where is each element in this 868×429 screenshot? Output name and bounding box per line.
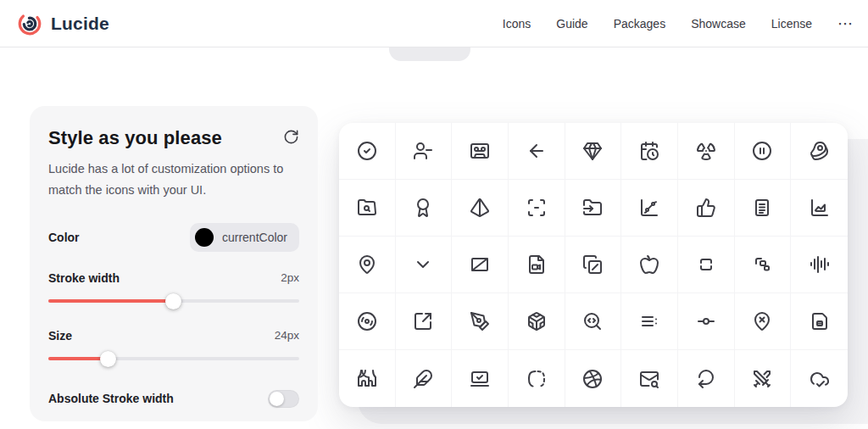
nav-item-packages[interactable]: Packages [614, 17, 665, 31]
nav-item-guide[interactable]: Guide [556, 17, 587, 31]
icon-cell-radiation[interactable] [678, 123, 735, 180]
icon-cell-rectangle-slash[interactable] [452, 237, 509, 293]
icon-cell-user-minus[interactable] [396, 123, 453, 180]
icon-cell-map-pin[interactable] [339, 237, 396, 293]
folder-search-icon [357, 198, 377, 218]
apple-icon [639, 254, 659, 275]
icon-cell-logs[interactable] [621, 293, 678, 350]
mail-search-icon [639, 369, 659, 389]
icon-cell-map-pin-x-inside[interactable] [735, 293, 792, 350]
icon-cell-split-vertical[interactable] [678, 237, 735, 293]
square-arrow-out-up-right-icon [413, 311, 433, 332]
nav-item-license[interactable]: License [771, 17, 812, 31]
icon-cell-iteration-ccw[interactable] [678, 350, 735, 407]
brand-logo[interactable]: Lucide [17, 11, 109, 36]
calendar-clock-icon [639, 141, 659, 161]
beef-icon [810, 141, 830, 161]
nav-item-showcase[interactable]: Showcase [691, 17, 746, 31]
icon-cell-disc[interactable] [339, 293, 396, 350]
scan-line-icon [526, 198, 547, 218]
map-pin-icon [357, 254, 377, 275]
icon-cell-mail-search[interactable] [621, 350, 678, 407]
circle-pause-icon [752, 141, 772, 161]
icon-cell-notepad-text[interactable] [735, 180, 792, 237]
chart-spline-icon [639, 198, 659, 218]
icon-cell-scan-line[interactable] [509, 180, 565, 237]
icon-cell-git-commit-horizontal[interactable] [678, 293, 735, 350]
panel-description: Lucide has a lot of customization option… [48, 159, 299, 202]
icon-cell-feather[interactable] [396, 350, 453, 407]
icon-cell-gem[interactable] [565, 123, 622, 180]
nav-item-icons[interactable]: Icons [503, 17, 531, 31]
icon-cell-thumbs-up[interactable] [678, 180, 735, 237]
icon-cell-beef[interactable] [791, 123, 848, 180]
panel-title: Style as you please [48, 127, 222, 149]
size-slider-thumb[interactable] [100, 351, 116, 367]
icon-cell-pen-tool[interactable] [452, 293, 509, 350]
thumbs-up-icon [696, 198, 716, 218]
icon-cell-apple[interactable] [621, 237, 678, 293]
squircle-dashed-icon [526, 369, 547, 389]
icon-cell-theater[interactable] [339, 350, 396, 407]
icon-cell-laptop-minimal-check[interactable] [452, 350, 509, 407]
icon-cell-sim-card[interactable] [791, 293, 848, 350]
icon-cell-chart-area[interactable] [791, 180, 848, 237]
file-video-icon [526, 254, 547, 275]
absolute-stroke-toggle[interactable] [268, 390, 299, 408]
icon-cell-circle-check[interactable] [339, 123, 396, 180]
group-icon [752, 254, 772, 275]
icon-cell-chart-spline[interactable] [621, 180, 678, 237]
icon-cell-award[interactable] [396, 180, 453, 237]
git-commit-horizontal-icon [696, 311, 716, 332]
theater-icon [357, 369, 377, 389]
size-slider[interactable] [48, 350, 299, 367]
feather-icon [413, 369, 433, 389]
color-picker-button[interactable]: currentColor [190, 223, 299, 252]
icon-cell-search-code[interactable] [565, 293, 622, 350]
icon-cell-square-arrow-out-up-right[interactable] [396, 293, 453, 350]
header: Lucide IconsGuidePackagesShowcaseLicense… [0, 0, 868, 47]
stroke-width-slider-thumb[interactable] [165, 293, 181, 309]
icon-cell-dribbble[interactable] [565, 350, 622, 407]
icon-cell-codesandbox[interactable] [509, 293, 565, 350]
folder-input-icon [582, 198, 603, 218]
more-menu-icon[interactable]: ⋯ [837, 16, 853, 31]
color-value: currentColor [222, 231, 287, 244]
size-value: 24px [275, 329, 299, 342]
codesandbox-icon [526, 311, 547, 332]
icon-preview-grid [339, 123, 848, 407]
icon-cell-folder-search[interactable] [339, 180, 396, 237]
notepad-text-icon [752, 198, 772, 218]
icon-cell-squircle-dashed[interactable] [509, 350, 565, 407]
disc-icon [357, 311, 377, 332]
laptop-minimal-check-icon [470, 369, 490, 389]
absolute-stroke-label: Absolute Stroke width [48, 392, 174, 405]
icon-cell-group[interactable] [735, 237, 792, 293]
icon-cell-audio-lines[interactable] [791, 237, 848, 293]
gem-icon [582, 141, 603, 161]
icon-cell-folder-input[interactable] [565, 180, 622, 237]
main-nav: IconsGuidePackagesShowcaseLicense⋯ [503, 16, 853, 31]
stroke-width-slider[interactable] [48, 292, 299, 309]
icon-cell-calendar-clock[interactable] [621, 123, 678, 180]
icon-cell-pyramid[interactable] [452, 180, 509, 237]
icon-cell-circle-pause[interactable] [735, 123, 792, 180]
header-tab-bump [389, 47, 470, 61]
icon-cell-arrow-left[interactable] [509, 123, 565, 180]
icon-cell-swords[interactable] [735, 350, 792, 407]
swords-icon [752, 369, 772, 389]
pen-tool-icon [470, 311, 490, 332]
reset-refresh-icon[interactable] [283, 129, 299, 148]
circle-check-icon [357, 141, 377, 161]
search-code-icon [582, 311, 603, 332]
cloud-check-icon [810, 369, 830, 389]
icon-cell-cassette-tape[interactable] [452, 123, 509, 180]
customization-panel: Style as you please Lucide has a lot of … [30, 106, 318, 421]
logs-icon [639, 311, 659, 332]
chart-area-icon [810, 198, 830, 218]
icon-cell-chevron-down[interactable] [396, 237, 453, 293]
user-minus-icon [413, 141, 433, 161]
icon-cell-copy-slash[interactable] [565, 237, 622, 293]
icon-cell-cloud-check[interactable] [791, 350, 848, 407]
icon-cell-file-video[interactable] [509, 237, 565, 293]
